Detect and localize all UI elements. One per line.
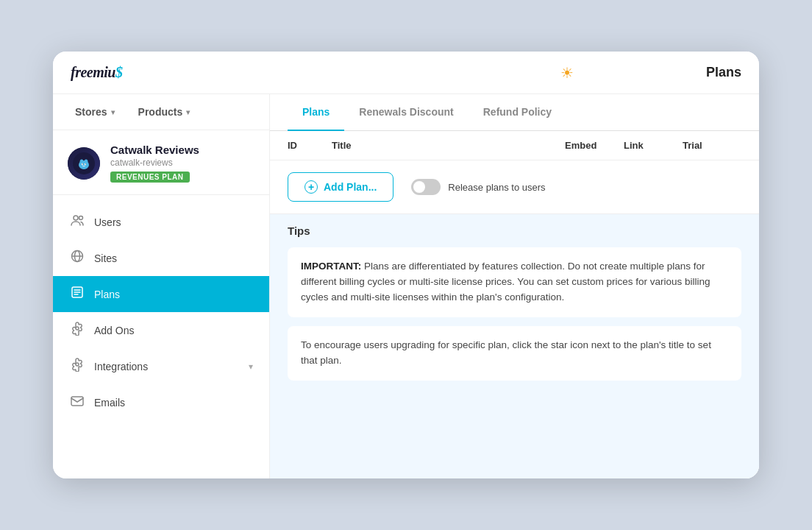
tab-plans[interactable]: Plans xyxy=(288,94,344,131)
add-plan-button[interactable]: + Add Plan... xyxy=(288,172,393,202)
integrations-icon xyxy=(69,357,85,375)
logo-text: freemiu$ xyxy=(71,64,122,81)
tip-card-2: To encourage users upgrading for specifi… xyxy=(288,326,741,381)
main-layout: Stores ▾ Products ▾ xyxy=(53,94,759,478)
release-plans-label: Release plans to users xyxy=(448,182,545,193)
svg-point-14 xyxy=(76,363,79,366)
emails-label: Emails xyxy=(94,397,125,409)
addons-label: Add Ons xyxy=(94,325,134,336)
logo: freemiu$ xyxy=(71,64,122,81)
stores-label: Stores xyxy=(75,106,107,118)
release-plans-toggle[interactable] xyxy=(411,179,441,195)
products-nav-item[interactable]: Products ▾ xyxy=(129,102,199,122)
products-chevron-icon: ▾ xyxy=(186,108,190,116)
tabs-bar: Plans Renewals Discount Refund Policy xyxy=(270,94,759,131)
product-slug: catwalk-reviews xyxy=(110,158,254,168)
sidebar-item-addons[interactable]: Add Ons xyxy=(53,312,269,348)
integrations-label: Integrations xyxy=(94,361,148,372)
svg-rect-15 xyxy=(71,397,83,406)
col-embed: Embed xyxy=(565,140,624,151)
tip-1-text: Plans are differentiated by features col… xyxy=(301,261,710,303)
tips-header: Tips xyxy=(270,214,759,247)
plans-icon xyxy=(69,285,85,303)
col-id: ID xyxy=(288,140,332,151)
product-badge: REVENUES PLAN xyxy=(110,172,190,183)
sidebar-item-plans[interactable]: Plans xyxy=(53,276,269,312)
svg-point-13 xyxy=(76,327,79,330)
svg-point-9 xyxy=(79,216,83,220)
product-avatar xyxy=(68,147,100,180)
integrations-chevron-icon: ▾ xyxy=(249,361,253,372)
app-container: freemiu$ ☀ Plans Stores ▾ Products ▾ xyxy=(53,52,759,478)
plans-label: Plans xyxy=(94,289,120,300)
sites-icon xyxy=(69,249,85,267)
stores-nav-item[interactable]: Stores ▾ xyxy=(66,102,124,122)
product-info: Catwalk Reviews catwalk-reviews REVENUES… xyxy=(110,144,254,183)
users-label: Users xyxy=(94,216,121,228)
users-icon xyxy=(69,213,85,231)
sidebar: Stores ▾ Products ▾ xyxy=(53,94,270,478)
col-link: Link xyxy=(624,140,683,151)
add-plan-row: + Add Plan... Release plans to users xyxy=(270,160,759,214)
add-plan-plus-icon: + xyxy=(304,180,318,194)
col-trial: Trial xyxy=(683,140,741,151)
product-name: Catwalk Reviews xyxy=(110,144,254,156)
addons-icon xyxy=(69,321,85,339)
products-label: Products xyxy=(138,106,183,118)
avatar-img xyxy=(68,147,100,180)
sidebar-item-emails[interactable]: Emails xyxy=(53,384,269,420)
svg-point-6 xyxy=(82,163,83,164)
logo-dollar: $ xyxy=(115,64,123,80)
add-plan-label: Add Plan... xyxy=(324,181,377,193)
product-card: Catwalk Reviews catwalk-reviews REVENUES… xyxy=(53,130,269,195)
emails-icon xyxy=(69,393,85,411)
sidebar-nav-bar: Stores ▾ Products ▾ xyxy=(53,94,269,130)
plans-table-header: ID Title Embed Link Trial xyxy=(270,131,759,160)
tab-refund[interactable]: Refund Policy xyxy=(469,94,566,131)
page-title: Plans xyxy=(706,65,741,80)
release-plans-toggle-group: Release plans to users xyxy=(411,179,545,195)
sidebar-menu: Users Sites Plans xyxy=(53,195,269,478)
tips-content: IMPORTANT: Plans are differentiated by f… xyxy=(270,247,759,392)
tips-section: Tips IMPORTANT: Plans are differentiated… xyxy=(270,214,759,478)
content-area: Plans Renewals Discount Refund Policy ID… xyxy=(270,94,759,478)
toggle-slider xyxy=(411,179,441,195)
tip-card-1: IMPORTANT: Plans are differentiated by f… xyxy=(288,247,741,317)
tab-renewals[interactable]: Renewals Discount xyxy=(344,94,468,131)
sidebar-item-integrations[interactable]: Integrations ▾ xyxy=(53,348,269,384)
sidebar-item-sites[interactable]: Sites xyxy=(53,240,269,276)
tip-2-text: To encourage users upgrading for specifi… xyxy=(301,339,711,366)
sites-label: Sites xyxy=(94,252,117,264)
header: freemiu$ ☀ Plans xyxy=(53,52,759,94)
tip-1-bold: IMPORTANT: xyxy=(301,261,361,272)
col-title: Title xyxy=(332,140,565,151)
stores-chevron-icon: ▾ xyxy=(111,108,115,116)
sidebar-item-users[interactable]: Users xyxy=(53,204,269,240)
svg-point-7 xyxy=(85,163,86,164)
svg-point-8 xyxy=(74,216,78,220)
sun-icon[interactable]: ☀ xyxy=(560,64,574,82)
